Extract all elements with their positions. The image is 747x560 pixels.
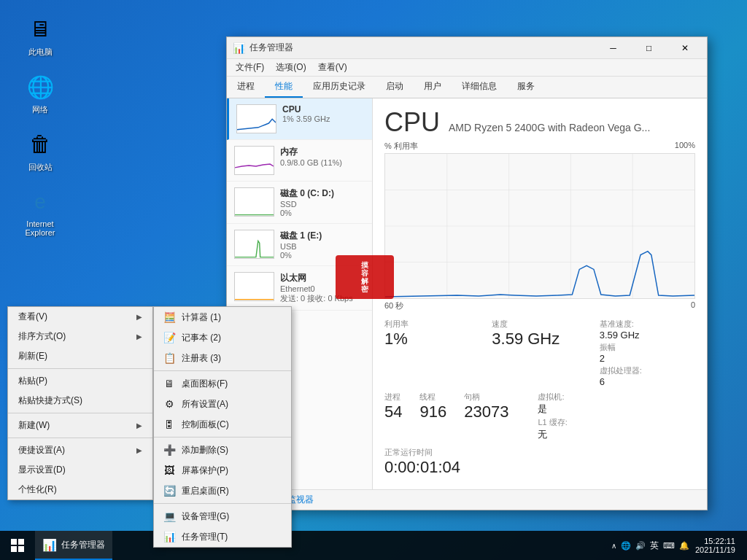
sm-control-panel[interactable]: 🎛 控制面板(C) [154, 414, 291, 435]
cm-paste-label: 粘贴(P) [18, 375, 47, 387]
start-button[interactable] [0, 531, 35, 560]
memory-resource-name: 内存 [280, 146, 365, 158]
sm-regedit-icon: 📋 [163, 351, 176, 365]
memory-resource-sub: 0.9/8.0 GB (11%) [280, 158, 365, 167]
stat-process-label: 进程 [384, 392, 402, 402]
taskbar-clock[interactable]: 15:22:11 2021/11/19 [695, 537, 735, 554]
memory-mini-chart [234, 146, 274, 175]
tray-lang-icon[interactable]: 英 [650, 540, 659, 552]
stat-threads-value: 916 [419, 402, 446, 421]
resource-cpu[interactable]: CPU 1% 3.59 GHz [227, 98, 372, 140]
svg-rect-10 [18, 546, 24, 552]
tray-keyboard-icon[interactable]: ⌨ [663, 541, 675, 551]
sm-screensaver[interactable]: 🖼 屏幕保护(P) [154, 460, 291, 481]
cpu-model-text: AMD Ryzen 5 2400G with Radeon Vega G... [449, 122, 650, 133]
this-pc-label: 此电脑 [28, 47, 53, 58]
sm-calculator[interactable]: 🧮 计算器 (1) [154, 307, 291, 327]
menu-view[interactable]: 查看(V) [312, 60, 353, 75]
sm-add-remove[interactable]: ➕ 添加删除(S) [154, 440, 291, 460]
resource-disk0[interactable]: 磁盘 0 (C: D:) SSD 0% [227, 182, 372, 224]
stat-vm-label: 虚拟机: [538, 392, 567, 402]
sm-desktop-icon[interactable]: 🖥 桌面图标(F) [154, 373, 291, 394]
icon-network[interactable]: 🌐 网络 [15, 72, 66, 115]
minimize-button[interactable]: ─ [597, 40, 630, 56]
titlebar: 📊 任务管理器 ─ □ ✕ [227, 37, 707, 59]
cm-refresh[interactable]: 刷新(E) [8, 346, 152, 366]
sm-all-settings[interactable]: ⚙ 所有设置(A) [154, 394, 291, 414]
stat-utilization: 利用率 1% [384, 319, 480, 387]
cm-new-label: 新建(W) [18, 419, 50, 432]
tray-notification-icon[interactable]: 🔔 [679, 541, 689, 551]
tray-network-icon[interactable]: 🌐 [621, 541, 631, 551]
desktop-icon-area: 🖥 此电脑 🌐 网络 🗑 回收站 e InternetExplorer [15, 15, 66, 237]
tab-process[interactable]: 进程 [227, 77, 265, 98]
taskbar-tm-icon: 📊 [42, 538, 57, 552]
svg-rect-8 [18, 539, 24, 545]
cpu-graph [384, 153, 695, 299]
taskbar-tray: ∧ 🌐 🔊 英 ⌨ 🔔 15:22:11 2021/11/19 [611, 537, 747, 554]
cm-sep-2 [8, 413, 152, 413]
stat-logical-label: 虚拟处理器: [600, 365, 695, 376]
sm-restart-desktop[interactable]: 🔄 重启桌面(R) [154, 481, 291, 501]
ie-label: InternetExplorer [26, 219, 55, 237]
tray-chevron-icon[interactable]: ∧ [611, 542, 616, 550]
stat-threads: 线程 916 [419, 392, 446, 441]
tab-app-history[interactable]: 应用历史记录 [303, 77, 376, 98]
tray-volume-icon[interactable]: 🔊 [635, 541, 646, 551]
icon-ie[interactable]: e InternetExplorer [15, 187, 66, 237]
sm-desktop-icon-label: 桌面图标(F) [182, 378, 228, 390]
stat-l1: L1 缓存: 无 [538, 417, 567, 441]
sm-task-manager[interactable]: 📊 任务管理(T) [154, 526, 291, 547]
tab-startup[interactable]: 启动 [376, 77, 414, 98]
uptime-label: 正常运行时间 [384, 447, 695, 458]
menu-file[interactable]: 文件(F) [230, 60, 270, 75]
sm-sep-2 [154, 437, 291, 438]
tab-services[interactable]: 服务 [507, 77, 545, 98]
taskbar-taskmanager[interactable]: 📊 任务管理器 [35, 531, 112, 560]
sm-screensaver-label: 屏幕保护(P) [182, 464, 228, 477]
cm-sort-arrow: ▶ [136, 332, 142, 341]
watermark-text: 摸容解密 [336, 255, 394, 299]
titlebar-title: 任务管理器 [249, 42, 597, 54]
cpu-resource-name: CPU [282, 104, 365, 114]
network-label: 网络 [32, 104, 48, 115]
cm-quick-access-arrow: ▶ [136, 446, 142, 454]
graph-label-utilization: % 利用率 [384, 141, 418, 152]
taskbar-tm-label: 任务管理器 [61, 539, 105, 551]
sm-regedit[interactable]: 📋 注册表 (3) [154, 348, 291, 368]
icon-this-pc[interactable]: 🖥 此电脑 [15, 15, 66, 58]
tab-users[interactable]: 用户 [414, 77, 452, 98]
memory-resource-info: 内存 0.9/8.0 GB (11%) [280, 146, 365, 167]
stat-speed: 速度 3.59 GHz [492, 319, 587, 387]
clock-time: 15:22:11 [704, 537, 735, 545]
sm-calculator-label: 计算器 (1) [182, 311, 221, 324]
cm-display[interactable]: 显示设置(D) [8, 460, 152, 480]
sm-notepad[interactable]: 📝 记事本 (2) [154, 327, 291, 348]
stat-vm-group: 虚拟机: 是 L1 缓存: 无 [538, 392, 567, 441]
tray-icons: ∧ 🌐 🔊 英 ⌨ 🔔 [611, 540, 689, 552]
stat-amplitude: 振幅 2 [600, 342, 695, 364]
cm-new[interactable]: 新建(W) ▶ [8, 416, 152, 435]
graph-time-right: 0 [691, 300, 695, 311]
disk0-resource-sub2: 0% [280, 209, 365, 217]
cm-paste[interactable]: 粘贴(P) [8, 371, 152, 391]
tab-performance[interactable]: 性能 [265, 77, 303, 98]
menu-options[interactable]: 选项(O) [270, 60, 311, 75]
sm-device-manager[interactable]: 💻 设备管理(G) [154, 506, 291, 526]
cm-view[interactable]: 查看(V) ▶ [8, 307, 152, 327]
icon-recycle-bin[interactable]: 🗑 回收站 [15, 130, 66, 173]
sm-device-manager-icon: 💻 [163, 510, 176, 523]
cm-sort[interactable]: 排序方式(O) ▶ [8, 327, 152, 346]
cm-personalize[interactable]: 个性化(R) [8, 480, 152, 499]
taskbar: 📊 任务管理器 ∧ 🌐 🔊 英 ⌨ 🔔 15:22:11 2021/11/19 [0, 531, 747, 560]
stat-amplitude-value: 2 [600, 353, 695, 364]
cm-quick-access[interactable]: 便捷设置(A) ▶ [8, 440, 152, 460]
tab-details[interactable]: 详细信息 [452, 77, 507, 98]
sm-calculator-icon: 🧮 [163, 311, 176, 324]
maximize-button[interactable]: □ [632, 40, 665, 56]
cm-paste-shortcut[interactable]: 粘贴快捷方式(S) [8, 391, 152, 411]
resource-memory[interactable]: 内存 0.9/8.0 GB (11%) [227, 140, 372, 182]
cpu-title-text: CPU [384, 107, 440, 138]
close-button[interactable]: ✕ [668, 40, 701, 56]
graph-labels-bottom: 60 秒 0 [384, 300, 695, 311]
